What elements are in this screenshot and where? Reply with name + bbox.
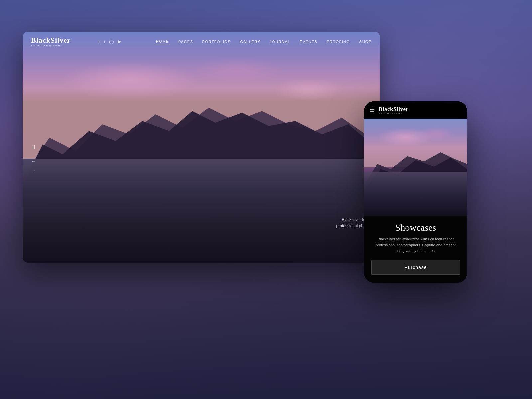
mobile-menu-icon[interactable]: ☰	[369, 106, 375, 114]
nav-events[interactable]: EVENTS	[300, 40, 317, 44]
desktop-text-overlay: Blacksilver for professional ph...	[336, 217, 367, 229]
instagram-icon[interactable]: ◯	[109, 39, 114, 44]
nav-gallery[interactable]: GALLERY	[240, 40, 260, 44]
mobile-nav: ☰ BlackSilver PHOTOGRAPHY	[364, 101, 467, 119]
water-layer	[23, 159, 380, 263]
nav-pages[interactable]: PAGES	[178, 40, 193, 44]
mobile-description-text: Blacksilver for WordPress with rich feat…	[371, 236, 460, 254]
showcases-title: Showcases	[371, 222, 460, 233]
nav-home[interactable]: HOME	[156, 39, 169, 44]
youtube-icon[interactable]: ▶	[118, 39, 121, 44]
mobile-bottom-card: Showcases Blacksilver for WordPress with…	[364, 216, 467, 283]
desktop-nav-arrows: ← →	[31, 159, 36, 173]
desktop-playback-controls: ⏸	[31, 144, 36, 150]
nav-proofing[interactable]: PROOFING	[327, 40, 350, 44]
overlay-line1: Blacksilver for	[336, 217, 367, 223]
desktop-mockup: BlackSilver PHOTOGRAPHY f t ◯ ▶ HOME PAG…	[23, 32, 380, 263]
mobile-image-area	[364, 119, 467, 216]
nav-journal[interactable]: JOURNAL	[270, 40, 290, 44]
mobile-water	[364, 172, 467, 216]
desktop-nav: BlackSilver PHOTOGRAPHY f t ◯ ▶ HOME PAG…	[23, 32, 380, 52]
purchase-button[interactable]: Purchase	[371, 260, 460, 275]
nav-shop[interactable]: SHOP	[359, 40, 372, 44]
mobile-logo: BlackSilver PHOTOGRAPHY	[379, 106, 409, 114]
desktop-inner: BlackSilver PHOTOGRAPHY f t ◯ ▶ HOME PAG…	[23, 32, 380, 263]
logo-subtitle: PHOTOGRAPHY	[31, 45, 71, 47]
mobile-mockup: ☰ BlackSilver PHOTOGRAPHY Showcases Blac…	[364, 101, 467, 283]
pause-icon[interactable]: ⏸	[31, 144, 36, 150]
logo-text-part2: Silver	[51, 36, 71, 44]
desktop-social-icons: f t ◯ ▶	[98, 39, 121, 44]
overlay-line2: professional ph...	[336, 223, 367, 229]
nav-portfolios[interactable]: PORTFOLIOS	[202, 40, 231, 44]
mobile-logo-part2: Silver	[393, 106, 409, 112]
logo-text-part1: Black	[31, 36, 51, 44]
mobile-logo-subtitle: PHOTOGRAPHY	[379, 113, 409, 114]
desktop-nav-links: HOME PAGES PORTFOLIOS GALLERY JOURNAL EV…	[156, 39, 372, 44]
facebook-icon[interactable]: f	[98, 39, 100, 44]
next-arrow[interactable]: →	[31, 168, 36, 173]
desktop-logo: BlackSilver PHOTOGRAPHY	[31, 37, 71, 47]
twitter-icon[interactable]: t	[104, 39, 105, 44]
mobile-inner: ☰ BlackSilver PHOTOGRAPHY Showcases Blac…	[364, 101, 467, 283]
prev-arrow[interactable]: ←	[31, 159, 36, 164]
mobile-logo-part1: Black	[379, 106, 393, 112]
